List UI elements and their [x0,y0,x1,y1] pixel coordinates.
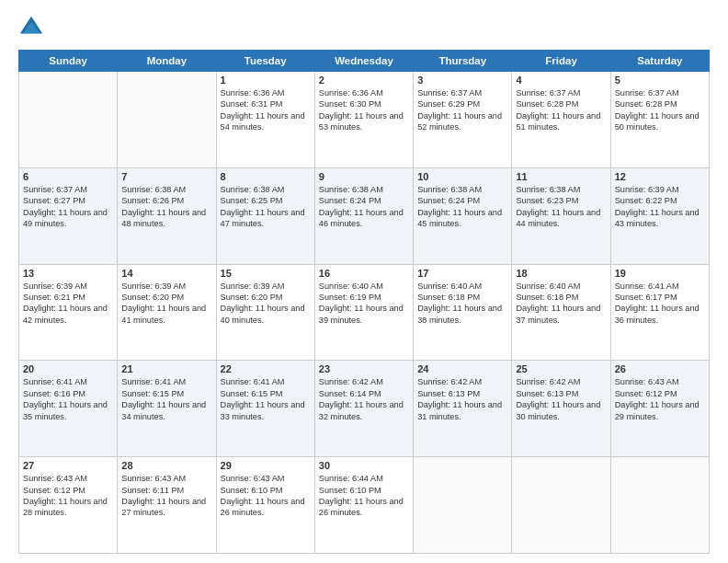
cell-info: Sunrise: 6:41 AM [23,376,113,387]
day-number: 20 [23,363,113,374]
cell-info: Sunrise: 6:40 AM [417,281,507,292]
calendar-cell: 24Sunrise: 6:42 AMSunset: 6:13 PMDayligh… [414,361,512,457]
day-header-sunday: Sunday [19,51,118,72]
cell-info: Sunset: 6:12 PM [23,485,113,496]
day-number: 28 [121,460,211,471]
cell-info: Sunrise: 6:39 AM [221,281,311,292]
cell-info: Daylight: 11 hours and 49 minutes. [23,207,113,230]
calendar-cell: 20Sunrise: 6:41 AMSunset: 6:16 PMDayligh… [19,361,118,457]
day-number: 26 [615,363,705,374]
cell-info: Sunrise: 6:39 AM [23,281,113,292]
cell-info: Sunset: 6:24 PM [319,195,409,206]
cell-info: Daylight: 11 hours and 30 minutes. [516,399,606,422]
cell-info: Daylight: 11 hours and 34 minutes. [121,399,211,422]
cell-info: Sunset: 6:28 PM [516,98,606,109]
day-number: 17 [417,268,507,279]
calendar-cell: 30Sunrise: 6:44 AMSunset: 6:10 PMDayligh… [314,457,413,554]
cell-info: Sunrise: 6:42 AM [516,376,606,387]
calendar-cell: 12Sunrise: 6:39 AMSunset: 6:22 PMDayligh… [610,167,709,264]
day-number: 22 [221,363,311,374]
calendar-header-row: SundayMondayTuesdayWednesdayThursdayFrid… [19,51,710,72]
day-header-tuesday: Tuesday [216,51,314,72]
cell-info: Sunset: 6:31 PM [221,98,311,109]
cell-info: Sunrise: 6:40 AM [516,281,606,292]
cell-info: Daylight: 11 hours and 44 minutes. [516,207,606,230]
day-number: 18 [516,268,606,279]
calendar-cell [512,457,610,554]
calendar-cell: 15Sunrise: 6:39 AMSunset: 6:20 PMDayligh… [216,264,314,361]
day-number: 24 [417,363,507,374]
day-number: 6 [23,171,113,182]
cell-info: Sunset: 6:11 PM [121,485,211,496]
day-number: 21 [121,363,211,374]
cell-info: Daylight: 11 hours and 41 minutes. [121,303,211,326]
calendar-cell: 22Sunrise: 6:41 AMSunset: 6:15 PMDayligh… [216,361,314,457]
cell-info: Sunrise: 6:36 AM [319,87,409,98]
day-number: 30 [319,460,409,471]
day-number: 25 [516,363,606,374]
calendar-cell: 29Sunrise: 6:43 AMSunset: 6:10 PMDayligh… [216,457,314,554]
calendar-cell: 18Sunrise: 6:40 AMSunset: 6:18 PMDayligh… [512,264,610,361]
cell-info: Sunrise: 6:41 AM [221,376,311,387]
day-number: 29 [221,460,311,471]
cell-info: Sunset: 6:20 PM [221,292,311,303]
cell-info: Sunset: 6:12 PM [615,388,705,399]
cell-info: Sunset: 6:27 PM [23,195,113,206]
cell-info: Daylight: 11 hours and 46 minutes. [319,207,409,230]
day-header-thursday: Thursday [414,51,512,72]
day-number: 13 [23,268,113,279]
cell-info: Daylight: 11 hours and 28 minutes. [23,496,113,519]
day-number: 3 [417,75,507,86]
logo [18,15,46,40]
cell-info: Sunrise: 6:42 AM [319,376,409,387]
day-number: 19 [615,268,705,279]
cell-info: Sunset: 6:15 PM [121,388,211,399]
cell-info: Sunset: 6:21 PM [23,292,113,303]
cell-info: Sunset: 6:13 PM [516,388,606,399]
day-number: 8 [221,171,311,182]
cell-info: Sunset: 6:18 PM [417,292,507,303]
day-number: 4 [516,75,606,86]
calendar-cell [118,72,216,168]
day-number: 14 [121,268,211,279]
cell-info: Sunrise: 6:38 AM [516,184,606,195]
calendar-cell: 7Sunrise: 6:38 AMSunset: 6:26 PMDaylight… [118,167,216,264]
cell-info: Daylight: 11 hours and 32 minutes. [319,399,409,422]
cell-info: Sunrise: 6:37 AM [516,87,606,98]
cell-info: Daylight: 11 hours and 39 minutes. [319,303,409,326]
day-number: 15 [221,268,311,279]
cell-info: Sunrise: 6:41 AM [615,281,705,292]
cell-info: Sunset: 6:13 PM [417,388,507,399]
cell-info: Daylight: 11 hours and 36 minutes. [615,303,705,326]
cell-info: Daylight: 11 hours and 26 minutes. [221,496,311,519]
day-number: 16 [319,268,409,279]
cell-info: Sunset: 6:15 PM [221,388,311,399]
cell-info: Daylight: 11 hours and 48 minutes. [121,207,211,230]
cell-info: Sunrise: 6:39 AM [121,281,211,292]
cell-info: Daylight: 11 hours and 52 minutes. [417,110,507,133]
calendar-cell: 26Sunrise: 6:43 AMSunset: 6:12 PMDayligh… [610,361,709,457]
cell-info: Sunset: 6:17 PM [615,292,705,303]
cell-info: Sunrise: 6:40 AM [319,281,409,292]
day-number: 1 [221,75,311,86]
calendar-cell: 27Sunrise: 6:43 AMSunset: 6:12 PMDayligh… [19,457,118,554]
cell-info: Sunrise: 6:37 AM [417,87,507,98]
cell-info: Daylight: 11 hours and 29 minutes. [615,399,705,422]
cell-info: Sunrise: 6:44 AM [319,473,409,484]
calendar-cell: 5Sunrise: 6:37 AMSunset: 6:28 PMDaylight… [610,72,709,168]
cell-info: Sunrise: 6:36 AM [221,87,311,98]
day-number: 27 [23,460,113,471]
cell-info: Sunset: 6:18 PM [516,292,606,303]
day-number: 23 [319,363,409,374]
cell-info: Sunset: 6:22 PM [615,195,705,206]
cell-info: Sunset: 6:30 PM [319,98,409,109]
calendar-cell: 17Sunrise: 6:40 AMSunset: 6:18 PMDayligh… [414,264,512,361]
day-number: 9 [319,171,409,182]
calendar-cell: 10Sunrise: 6:38 AMSunset: 6:24 PMDayligh… [414,167,512,264]
cell-info: Sunset: 6:29 PM [417,98,507,109]
cell-info: Daylight: 11 hours and 42 minutes. [23,303,113,326]
calendar-week-row: 27Sunrise: 6:43 AMSunset: 6:12 PMDayligh… [19,457,710,554]
cell-info: Daylight: 11 hours and 33 minutes. [221,399,311,422]
calendar-cell [414,457,512,554]
cell-info: Daylight: 11 hours and 31 minutes. [417,399,507,422]
